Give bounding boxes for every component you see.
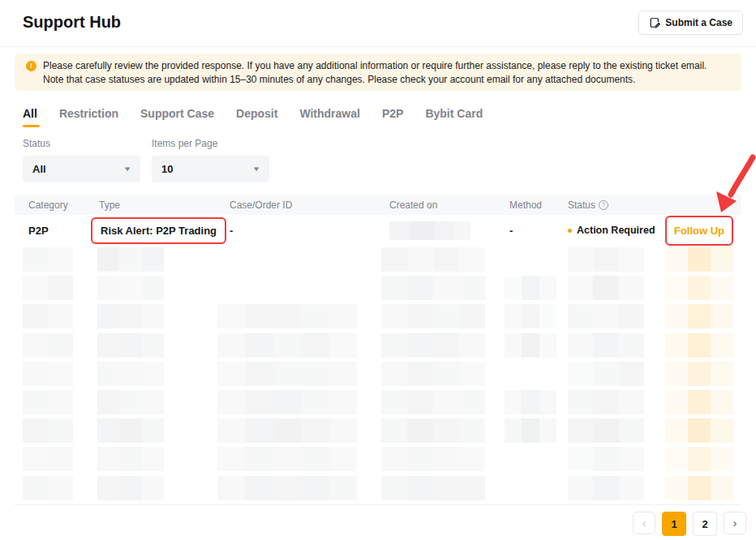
items-per-page-value: 10 — [161, 163, 173, 175]
redacted-cell-action — [665, 362, 733, 386]
redacted-cell-method — [505, 390, 556, 414]
redacted-cell-created — [381, 304, 485, 328]
notice-text: Please carefully review the provided res… — [43, 59, 707, 86]
redacted-cell-status — [568, 276, 644, 300]
redacted-cell-created — [381, 276, 485, 300]
tab-restriction[interactable]: Restriction — [59, 107, 118, 127]
redacted-cell-created — [381, 247, 485, 272]
header-divider — [0, 46, 756, 47]
redacted-cell-type — [97, 390, 164, 414]
redacted-cell-action — [665, 390, 733, 414]
redacted-row — [15, 247, 741, 272]
cell-case-order-id: - — [230, 225, 389, 237]
status-dot-icon — [568, 229, 572, 233]
tab-all[interactable]: All — [23, 107, 37, 127]
redacted-cell-created — [381, 418, 485, 443]
followup-highlight-annotation: Follow Up — [665, 216, 733, 246]
redacted-cell-id — [217, 447, 357, 471]
tab-withdrawal[interactable]: Withdrawal — [299, 107, 360, 127]
col-header-created-on: Created on — [389, 199, 509, 211]
redacted-cell-type — [97, 476, 164, 500]
cell-category: P2P — [28, 225, 99, 237]
chevron-left-icon: ‹ — [642, 516, 646, 529]
redacted-cell-category — [23, 362, 73, 386]
redacted-cell-category — [23, 333, 73, 358]
redacted-cell-created — [381, 476, 485, 500]
redacted-cell-created — [381, 447, 485, 471]
redacted-cell-category — [23, 418, 73, 443]
col-header-category: Category — [28, 199, 99, 211]
redacted-cell-method — [505, 304, 556, 328]
redacted-cell-category — [23, 390, 73, 414]
redacted-cell-action — [665, 247, 733, 272]
submit-case-button[interactable]: Submit a Case — [638, 11, 743, 35]
redacted-cell-action — [665, 476, 733, 500]
redacted-row — [15, 304, 741, 328]
col-header-method: Method — [509, 199, 568, 211]
redacted-cell-id — [217, 362, 357, 386]
col-header-case-order-id: Case/Order ID — [230, 199, 389, 211]
redacted-cell-action — [665, 333, 733, 358]
redacted-cell-created — [381, 333, 485, 358]
tab-deposit[interactable]: Deposit — [236, 107, 277, 127]
redacted-row — [15, 333, 741, 358]
cell-method: - — [509, 225, 568, 237]
redacted-cell-status — [568, 447, 644, 471]
next-page-button[interactable]: › — [724, 512, 746, 534]
follow-up-button[interactable]: Follow Up — [674, 225, 724, 237]
status-filter-value: All — [32, 163, 46, 175]
notice-line-1: Please carefully review the provided res… — [43, 59, 707, 73]
notice-line-2: Note that case statuses are updated with… — [43, 73, 707, 87]
page-button-1[interactable]: 1 — [662, 512, 686, 536]
redacted-cell-status — [568, 333, 644, 358]
redacted-cell-type — [97, 362, 164, 386]
redacted-row — [15, 390, 741, 414]
redacted-row — [15, 476, 741, 500]
status-header-label: Status — [568, 199, 595, 211]
redacted-cell-status — [568, 362, 644, 386]
redacted-row — [15, 447, 741, 471]
tab-p2p[interactable]: P2P — [382, 107, 403, 127]
redacted-cell-status — [568, 476, 644, 500]
status-label: Action Required — [577, 225, 655, 236]
redacted-cell-category — [23, 276, 73, 300]
table-row: P2P Risk Alert: P2P Trading - - Action R… — [15, 215, 741, 246]
status-filter-select[interactable]: All ▼ — [23, 156, 140, 182]
table-bottom-divider — [15, 504, 741, 505]
status-filter-label: Status — [23, 138, 140, 149]
redacted-cell-type — [97, 304, 164, 328]
redacted-cell-id — [217, 476, 357, 500]
redacted-cell-method — [505, 333, 556, 358]
items-per-page-select[interactable]: 10 ▼ — [152, 156, 269, 182]
redacted-cell-id — [217, 333, 357, 358]
redacted-cell-category — [23, 447, 73, 471]
redacted-cell-type — [97, 247, 164, 272]
redacted-cell-action — [665, 304, 733, 328]
redacted-cell-status — [568, 390, 644, 414]
edit-document-icon — [649, 17, 660, 28]
redacted-cell-type — [97, 276, 164, 300]
redacted-cell-category — [23, 247, 73, 272]
redacted-cell-status — [568, 304, 644, 328]
redacted-cell-id — [217, 418, 357, 443]
tab-support-case[interactable]: Support Case — [140, 107, 214, 127]
redacted-rows — [15, 247, 741, 503]
prev-page-button[interactable]: ‹ — [633, 512, 655, 534]
redacted-cell-created — [381, 390, 485, 414]
table-header-row: Category Type Case/Order ID Created on M… — [15, 195, 741, 215]
redacted-cell-status — [568, 418, 644, 443]
col-header-status: Status ? — [568, 199, 665, 211]
help-icon[interactable]: ? — [599, 200, 608, 210]
redacted-created-on — [389, 221, 470, 240]
page-title: Support Hub — [23, 13, 121, 32]
alert-icon: ! — [26, 61, 37, 71]
notice-banner: ! Please carefully review the provided r… — [15, 54, 741, 91]
cases-table: Category Type Case/Order ID Created on M… — [15, 195, 741, 246]
redacted-row — [15, 276, 741, 300]
redacted-cell-method — [505, 276, 556, 300]
tab-bybit-card[interactable]: Bybit Card — [425, 107, 483, 127]
pagination: ‹ 1 2 › — [633, 512, 746, 536]
redacted-cell-method — [505, 418, 556, 443]
page-button-2[interactable]: 2 — [693, 512, 717, 536]
redacted-cell-id — [217, 304, 357, 328]
